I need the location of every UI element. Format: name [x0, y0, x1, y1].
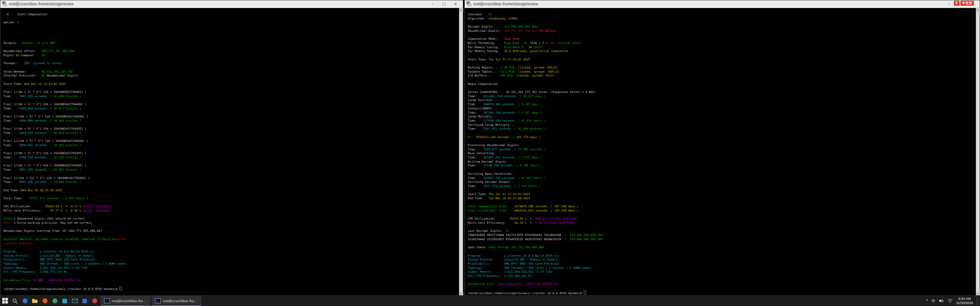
terminal-line: Usable Memory: 1,622,394,724,352 (1.47 T…	[468, 270, 976, 274]
mail-icon[interactable]	[70, 296, 80, 306]
ime-toolbar[interactable]: S 中文安	[954, 1, 974, 6]
terminal-window-left[interactable]: root@crunchbox /home/storagereview – □ ×…	[0, 0, 463, 296]
terminal-output-right[interactable]: Constant: PiAlgorithm: Chudnovsky (1988)…	[465, 8, 976, 295]
terminal-line: Writing Decimal Digits:	[468, 160, 976, 164]
terminal-line	[468, 139, 976, 143]
terminal-line: Formula: Huvent's 8-term BBP	[3, 41, 459, 46]
putty-icon: >_	[104, 298, 110, 303]
terminal-line: Time: 15148.798 seconds ( 4.208 hours )	[468, 164, 976, 168]
terminal-line: Time: 117058.654 seconds ( 32.516 hours …	[468, 119, 976, 123]
terminal-line: 5218154442 3122022057 8794933535 4650797…	[468, 238, 976, 242]
terminal-line: option: 0	[3, 21, 459, 25]
terminal-line: Terms Needed: 86,923,785,149,559	[3, 70, 459, 74]
close-button[interactable]: ×	[450, 0, 461, 8]
terminal-line	[468, 213, 976, 217]
app-red-icon[interactable]	[90, 296, 100, 306]
terminal-line: Begin Computation:	[468, 82, 976, 86]
edge-browser-icon[interactable]	[20, 296, 30, 306]
terminal-line: Topology: 384 threads / 384 cores / 2 so…	[3, 262, 459, 266]
putty-icon	[466, 1, 471, 8]
search-icon[interactable]	[10, 296, 20, 306]
terminal-line: Total Time: 15727.271 seconds ( 4.369 ho…	[3, 197, 459, 201]
terminal-line	[468, 62, 976, 66]
chrome-browser-icon[interactable]	[50, 296, 60, 306]
terminal-line: Hexadecimal Digits: 260,771,355,448,658 …	[468, 29, 976, 33]
terminal-line: End Time: Tue Nov 18 05:57:08 2025	[468, 197, 976, 201]
terminal-line: Threads: 375 (pinned to cores)	[3, 62, 459, 66]
terminal-line: Total Computation Time: 9274878.580 seco…	[468, 205, 976, 209]
scroll-up-icon[interactable]: ▲	[976, 8, 980, 12]
start-menu-icon[interactable]	[0, 296, 10, 306]
firefox-browser-icon[interactable]	[40, 296, 50, 306]
terminal-line: Tuning Profile: Linux/24-ZN5 - Komari =>…	[468, 258, 976, 262]
terminal-line	[3, 184, 459, 189]
terminal-line: Program: y-cruncher v0.8.6 Build 9545-ic…	[468, 254, 976, 258]
terminal-line: Multi-core Efficiency: 66.33 % + 1.20 % …	[468, 221, 976, 225]
terminal-line	[3, 17, 459, 21]
minimize-button[interactable]: –	[427, 0, 438, 8]
terminal-line: Validation File: Pi-BBP - 20251119-18155…	[3, 278, 459, 283]
terminal-line: Start-to-End Wall Time: 9463226.454 seco…	[468, 209, 976, 213]
tray-expand-icon[interactable]: ^	[926, 299, 928, 303]
terminal-line: Time: 163427.747 seconds ( 45.397 hours …	[468, 176, 976, 181]
terminal-line	[468, 131, 976, 135]
terminal-output-left[interactable]: 0 Start Computation! option: 0 Formula: …	[0, 8, 459, 295]
scrollbar-right[interactable]: ▲ ▼	[976, 8, 980, 295]
taskbar-clock[interactable]: 9:34 AM 11/20/2025	[956, 297, 973, 305]
terminal-line	[3, 33, 459, 37]
terminal-line: Time: 2094.031 seconds ( 34.901 minutes …	[3, 143, 459, 148]
terminal-line: Red = Extra working precision. May not b…	[3, 221, 459, 225]
app-blue-icon[interactable]	[80, 296, 90, 306]
terminal-line: Decimal Digits: 314,000,000,000,000	[468, 25, 976, 29]
terminal-line: Time: 268474.982 seconds ( 3.107 days )	[468, 103, 976, 107]
terminal-line	[3, 46, 459, 50]
terminal-line: Start Time: Thu Jul 31 17:16:41 2025	[468, 192, 976, 197]
ime-sogou-icon[interactable]: S	[954, 1, 959, 6]
file-explorer-icon[interactable]	[30, 296, 40, 306]
terminal-line: Start Time: Wed Nov 19 13:53:42 2025	[3, 82, 459, 86]
terminal-line: Verifying Large Multiply...	[468, 123, 976, 127]
terminal-line: Algorithm: Chudnovsky (1988)	[468, 17, 976, 21]
titlebar-right[interactable]: root@crunchbox /home/storagereview – □ ×	[465, 0, 980, 8]
terminal-window-right[interactable]: root@crunchbox /home/storagereview – □ ×…	[464, 0, 980, 296]
terminal-cursor	[584, 291, 586, 295]
terminal-line: Series CommonP2B3... 22,141,292,175,361 …	[468, 90, 976, 94]
scrollbar-left[interactable]: ▲ ▼	[459, 8, 463, 295]
terminal-line: Frac( 1/(6k + 5) * 2^(-12k + 10430854217…	[3, 164, 459, 168]
terminal-line	[3, 148, 459, 152]
clock-date: 11/20/2025	[956, 301, 973, 305]
terminal-line: Frac( 1/(6k + 1) * 2^(-12k + 10430854217…	[3, 103, 459, 107]
system-tray: ^ 中 9:34 AM 11/20/2025	[926, 296, 980, 306]
terminal-line: Time: 2093.648 seconds ( 34.894 minutes …	[3, 180, 459, 184]
titlebar-left[interactable]: root@crunchbox /home/storagereview – □ ×	[0, 0, 463, 8]
taskbar-window-button-2[interactable]: >_ root@crunchbox /hom...	[152, 296, 201, 306]
scroll-down-icon[interactable]: ▼	[976, 291, 980, 295]
network-icon[interactable]	[947, 298, 953, 304]
window-title-left: root@crunchbox /home/storagereview	[9, 2, 74, 6]
terminal-line: Green = Requested digits that should be …	[3, 217, 459, 221]
terminal-line: Frac( 1/(6k + 3) * 2^(-12k + 10430854217…	[3, 127, 459, 131]
terminal-line: Program: y-cruncher v0.8.6 Build 9545-ic…	[3, 250, 459, 254]
scroll-up-icon[interactable]: ▲	[459, 8, 463, 12]
terminal-line	[3, 37, 459, 41]
taskbar-window-button-1[interactable]: >_ root@crunchbox /hom...	[101, 296, 150, 306]
show-desktop-button[interactable]	[977, 296, 978, 306]
terminal-line: Hexadecimal Offset: 260,771,355,448,600	[3, 49, 459, 54]
terminal-line: 5de9f381 4999e236	[3, 242, 459, 246]
putty-icon	[2, 1, 7, 8]
ime-indicator[interactable]: 中	[932, 298, 936, 304]
terminal-line	[468, 250, 976, 254]
terminal-line: Processor(s): AMD EPYC 9965 192-Core Pro…	[3, 258, 459, 262]
scroll-down-icon[interactable]: ▼	[459, 291, 463, 295]
terminal-line: Validation File: /mnt/output/Pi - 202511…	[468, 282, 976, 286]
maximize-button[interactable]: □	[438, 0, 450, 8]
ime-language-icon[interactable]: 中文安	[960, 1, 974, 6]
terminal-cursor	[119, 286, 122, 290]
store-icon[interactable]	[60, 296, 70, 306]
terminal-line: root@crunchbox:/home/storagereview/y-cru…	[3, 286, 459, 291]
volume-icon[interactable]	[939, 298, 944, 304]
terminal-line	[468, 21, 976, 25]
terminal-line: Time: 1849.070 seconds ( 30.818 minutes …	[3, 131, 459, 135]
terminal-line: InvSqrt(10005)...	[468, 107, 976, 111]
minimize-button[interactable]: –	[944, 0, 955, 8]
